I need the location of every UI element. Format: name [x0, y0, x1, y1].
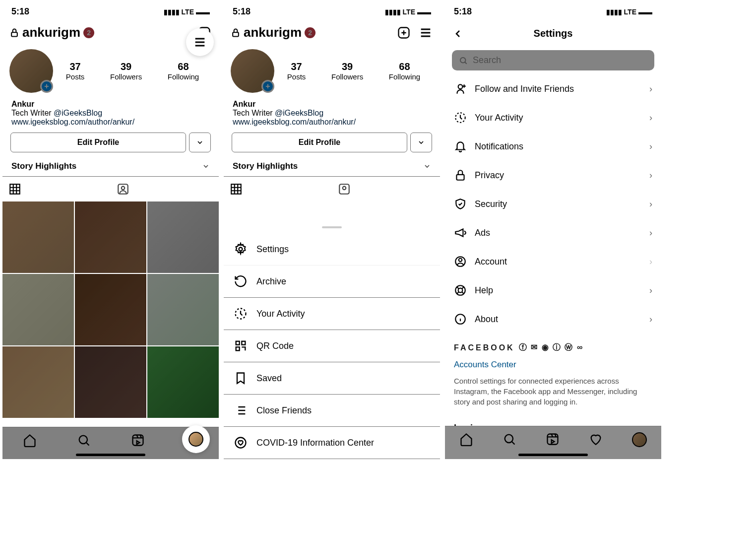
activity-icon[interactable]	[589, 432, 603, 446]
lock-icon	[9, 28, 19, 38]
menu-covid[interactable]: COVID-19 Information Center	[224, 427, 440, 459]
menu-sheet: Settings Archive Your Activity QR Code S…	[224, 221, 440, 459]
svg-point-12	[239, 248, 243, 251]
post-thumbnail[interactable]	[75, 346, 146, 418]
activity-icon	[234, 307, 248, 321]
svg-point-27	[505, 435, 513, 443]
svg-rect-15	[242, 341, 245, 345]
settings-activity[interactable]: Your Activity ›	[445, 103, 661, 132]
clock-icon	[454, 111, 467, 124]
svg-point-11	[343, 187, 346, 190]
edit-profile-button[interactable]: Edit Profile	[10, 133, 186, 152]
search-icon[interactable]	[503, 432, 516, 446]
bio-name: Ankur	[11, 100, 210, 109]
accounts-center-link[interactable]: Accounts Center	[454, 360, 652, 370]
status-right: ▮▮▮▮ LTE ▬▬	[164, 8, 210, 16]
menu-activity[interactable]: Your Activity	[224, 298, 440, 330]
svg-rect-21	[456, 175, 464, 180]
menu-button[interactable]	[418, 25, 433, 40]
svg-point-19	[458, 84, 463, 89]
search-input[interactable]: Search	[452, 50, 654, 70]
post-thumbnail[interactable]	[147, 201, 219, 273]
chevron-down-icon	[202, 162, 210, 170]
bookmark-icon	[234, 371, 248, 385]
post-thumbnail[interactable]	[2, 274, 74, 345]
post-thumbnail[interactable]	[2, 346, 74, 418]
post-thumbnail[interactable]	[2, 201, 74, 273]
megaphone-icon	[454, 226, 467, 239]
posts-grid	[2, 201, 219, 418]
lock-icon	[231, 28, 241, 38]
battery-icon: ▬▬	[196, 8, 210, 16]
profile-tab[interactable]	[632, 432, 647, 447]
bell-icon	[454, 140, 467, 153]
settings-help[interactable]: Help ›	[445, 276, 661, 305]
reels-icon[interactable]	[546, 432, 560, 446]
search-icon	[459, 56, 468, 65]
svg-rect-7	[233, 32, 239, 36]
menu-close-friends[interactable]: Close Friends	[224, 395, 440, 427]
chevron-right-icon: ›	[649, 84, 652, 94]
heart-circle-icon	[234, 436, 248, 450]
qr-icon	[234, 339, 248, 353]
person-circle-icon	[454, 255, 467, 268]
svg-rect-9	[231, 184, 241, 194]
add-story-icon[interactable]: +	[40, 80, 53, 93]
menu-qr[interactable]: QR Code	[224, 330, 440, 362]
post-thumbnail[interactable]	[147, 346, 219, 418]
lock-icon	[454, 169, 467, 182]
search-icon[interactable]	[77, 433, 91, 447]
svg-rect-2	[10, 184, 20, 194]
chevron-right-icon: ›	[649, 257, 652, 267]
grid-tab[interactable]	[2, 177, 111, 201]
network-label: LTE	[182, 8, 194, 16]
profile-tab[interactable]	[182, 425, 210, 453]
home-icon[interactable]	[459, 432, 473, 446]
menu-archive[interactable]: Archive	[224, 266, 440, 298]
story-highlights-toggle[interactable]: Story Highlights	[2, 156, 219, 176]
notification-badge: 2	[83, 27, 94, 38]
bio-url[interactable]: www.igeeksblog.com/author/ankur/	[11, 118, 210, 127]
bio-tag[interactable]: @iGeeksBlog	[54, 109, 102, 117]
menu-button[interactable]	[186, 28, 214, 56]
tagged-tab[interactable]	[111, 177, 219, 201]
svg-point-23	[459, 259, 462, 262]
status-bar: 5:18 ▮▮▮▮ LTE ▬▬	[2, 2, 219, 21]
post-thumbnail[interactable]	[147, 274, 219, 345]
post-thumbnail[interactable]	[75, 201, 146, 273]
status-time: 5:18	[11, 6, 29, 17]
settings-follow-invite[interactable]: Follow and Invite Friends ›	[445, 74, 661, 103]
settings-notifications[interactable]: Notifications ›	[445, 132, 661, 161]
username[interactable]: ankurigm	[22, 25, 80, 40]
signal-icon: ▮▮▮▮	[164, 8, 180, 16]
facebook-brand: FACEBOOK ⓕ ✉ ◉ ⓘ ⓦ ∞	[454, 342, 652, 353]
reels-icon[interactable]	[131, 433, 145, 447]
gear-icon	[234, 242, 248, 256]
svg-rect-14	[236, 341, 240, 345]
shield-icon	[454, 198, 467, 210]
new-post-button[interactable]	[396, 25, 411, 40]
menu-saved[interactable]: Saved	[224, 362, 440, 395]
settings-account[interactable]: Account ›	[445, 247, 661, 276]
home-indicator	[76, 454, 145, 456]
accounts-center-desc: Control settings for connected experienc…	[454, 376, 652, 407]
home-icon[interactable]	[23, 433, 37, 447]
suggestions-button[interactable]	[189, 133, 211, 152]
settings-security[interactable]: Security ›	[445, 190, 661, 218]
svg-point-18	[460, 58, 466, 63]
svg-rect-0	[11, 32, 17, 36]
following-stat[interactable]: 68Following	[168, 61, 199, 81]
settings-about[interactable]: About ›	[445, 305, 661, 334]
post-thumbnail[interactable]	[75, 274, 146, 345]
status-bar: 5:18 ▮▮▮▮LTE▬▬	[224, 2, 440, 21]
settings-ads[interactable]: Ads ›	[445, 218, 661, 247]
bio-role: Tech Writer @iGeeksBlog	[11, 109, 210, 118]
profile-avatar[interactable]: +	[9, 49, 53, 93]
back-button[interactable]	[452, 28, 464, 40]
svg-point-25	[458, 288, 463, 293]
sheet-handle[interactable]	[322, 226, 342, 228]
settings-privacy[interactable]: Privacy ›	[445, 161, 661, 190]
posts-stat[interactable]: 37Posts	[66, 61, 85, 81]
menu-settings[interactable]: Settings	[224, 233, 440, 266]
followers-stat[interactable]: 39Followers	[110, 61, 142, 81]
